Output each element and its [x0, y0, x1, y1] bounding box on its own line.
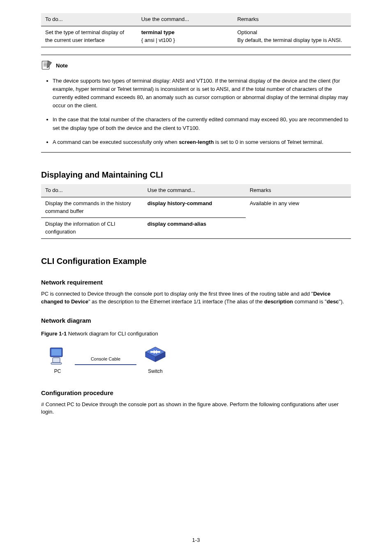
table-header-row: To do... Use the command... Remarks: [41, 13, 351, 26]
pc-label: PC: [54, 368, 61, 375]
diagram: PC Console Cable Switch: [41, 344, 351, 378]
divider: [41, 55, 351, 55]
pc-node: PC: [48, 346, 67, 375]
cable-label: Console Cable: [91, 356, 120, 363]
text-bold: desc: [327, 298, 339, 305]
th-todo: To do...: [41, 13, 137, 26]
divider: [41, 152, 351, 153]
cell-command: display command-alias: [143, 218, 246, 239]
switch-icon: [145, 346, 166, 367]
body-net-req: PC is connected to Device through the co…: [41, 290, 351, 306]
cable-line: [75, 364, 136, 365]
cmd-bold: display command-alias: [148, 221, 206, 227]
note-icon: [41, 59, 53, 73]
note-text: is set to 0 in some versions of Telnet t…: [214, 139, 323, 145]
note-label: Note: [56, 62, 68, 70]
heading-cfg-proc: Configuration procedure: [41, 388, 351, 398]
cell-todo: Display the information of CLI configura…: [41, 218, 143, 239]
table-header-row: To do... Use the command... Remarks: [41, 184, 351, 197]
cell-remarks: Available in any view: [246, 197, 351, 238]
cell-todo: Display the commands in the history comm…: [41, 197, 143, 218]
heading-net-req: Network requirement: [41, 278, 351, 287]
cmd-args: { ansi | vt100 }: [141, 37, 229, 44]
note-item: A command can be executed successfully o…: [53, 138, 351, 146]
switch-node: Switch: [145, 346, 166, 375]
cell-remarks: Optional By default, the terminal displa…: [233, 26, 351, 47]
figure-label: Figure 1-1: [41, 331, 67, 337]
cable: Console Cable: [75, 356, 136, 365]
th-remarks: Remarks: [246, 184, 351, 197]
cmd-bold: display history-command: [148, 200, 212, 206]
table-display-cli: To do... Use the command... Remarks Disp…: [41, 184, 351, 239]
cell-todo: Set the type of terminal display of the …: [41, 26, 137, 47]
heading-net-diagram: Network diagram: [41, 316, 351, 325]
cmd-bold: terminal type: [141, 29, 175, 35]
table-terminal-type: To do... Use the command... Remarks Set …: [41, 13, 351, 47]
remark-l1: Optional: [237, 29, 347, 37]
heading-display-cli: Displaying and Maintaining CLI: [41, 169, 351, 181]
note-text: A command can be executed successfully o…: [53, 139, 179, 145]
page-number: 1-3: [0, 536, 392, 544]
th-remarks: Remarks: [233, 13, 351, 26]
note-list: The device supports two types of termina…: [41, 77, 351, 146]
cell-command: display history-command: [143, 197, 246, 218]
note-item: The device supports two types of termina…: [53, 77, 351, 110]
note-item: In the case that the total number of the…: [53, 116, 351, 132]
svg-rect-6: [53, 358, 60, 363]
th-command: Use the command...: [143, 184, 246, 197]
switch-label: Switch: [148, 368, 162, 375]
table-row: Display the commands in the history comm…: [41, 197, 351, 218]
text-bold: description: [264, 298, 295, 305]
remark-l2: By default, the terminal display type is…: [237, 37, 347, 44]
figure-text: Network diagram for CLI configuration: [67, 331, 158, 337]
document-page: To do... Use the command... Remarks Set …: [0, 0, 392, 555]
note-bold: screen-length: [179, 139, 214, 145]
figure-diagram: PC Console Cable Switch: [41, 344, 351, 378]
body-cfg-proc: # Connect PC to Device through the conso…: [41, 401, 351, 416]
cell-command: terminal type { ansi | vt100 }: [137, 26, 233, 47]
text: command is ": [295, 298, 327, 305]
text: ").: [339, 298, 344, 305]
heading-cli-example: CLI Configuration Example: [41, 255, 351, 267]
text: " as the description to the Ethernet int…: [88, 298, 264, 305]
svg-rect-7: [51, 363, 62, 364]
th-todo: To do...: [41, 184, 143, 197]
note-header: Note: [41, 59, 351, 73]
pc-icon: [48, 346, 67, 367]
th-command: Use the command...: [137, 13, 233, 26]
text: PC is connected to Device through the co…: [41, 291, 313, 297]
figure-caption: Figure 1-1 Network diagram for CLI confi…: [41, 330, 351, 338]
table-row: Set the type of terminal display of the …: [41, 26, 351, 47]
svg-rect-5: [51, 349, 61, 356]
